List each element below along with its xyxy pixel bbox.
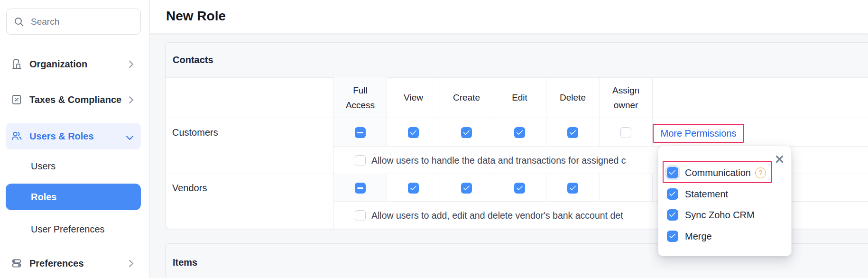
sidebar-item-label: Users — [31, 161, 55, 172]
close-icon[interactable] — [774, 154, 785, 164]
sidebar-item-user-preferences[interactable]: User Preferences — [6, 216, 141, 242]
checkbox-vendors-view[interactable] — [408, 183, 419, 194]
more-permissions-popup: Communication ? Statement Sync Zoho CRM … — [658, 146, 792, 256]
sidebar-item-users-roles[interactable]: Users & Roles — [6, 123, 141, 149]
chevron-down-icon — [126, 132, 134, 140]
search-icon — [14, 17, 24, 27]
table-row-customers: Customers More Permissions — [166, 118, 868, 147]
checkbox-merge[interactable] — [667, 231, 678, 242]
popup-item-sync-zoho-crm: Sync Zoho CRM — [667, 204, 755, 225]
more-permissions-annotation-box: More Permissions — [653, 124, 744, 143]
column-header-create: Create — [440, 77, 493, 118]
section-title: Items — [173, 257, 197, 268]
checkbox-communication[interactable] — [667, 167, 678, 178]
checkbox-vendors-delete[interactable] — [567, 183, 578, 194]
row-label: Vendors — [172, 183, 207, 194]
checkbox-sync-zoho-crm[interactable] — [667, 209, 678, 221]
popup-item-merge: Merge — [667, 226, 712, 247]
search-box[interactable] — [6, 9, 141, 35]
column-header-assign-owner: Assign owner — [599, 77, 652, 118]
chevron-right-icon — [126, 60, 134, 68]
main-header — [150, 0, 868, 33]
checkbox-customers-create[interactable] — [461, 127, 472, 138]
checkbox-customers-full-access[interactable] — [355, 127, 366, 138]
help-icon[interactable]: ? — [755, 167, 766, 178]
popup-item-statement: Statement — [667, 184, 728, 204]
sidebar: Organization Taxes & Compliance Users & … — [0, 0, 150, 278]
checkbox-customers-edit[interactable] — [514, 127, 525, 138]
customers-note-text: Allow users to handle the data and trans… — [371, 155, 626, 166]
sidebar-item-roles[interactable]: Roles — [6, 184, 141, 210]
sidebar-item-users[interactable]: Users — [6, 153, 141, 179]
sidebar-item-label: Preferences — [29, 258, 127, 269]
table-header-row: Full Access View Create Edit Delete Assi… — [166, 77, 868, 118]
checkbox-customers-delete[interactable] — [567, 127, 578, 138]
sidebar-item-label: Users & Roles — [29, 131, 127, 142]
users-icon — [10, 130, 23, 142]
popup-item-communication: Communication ? — [667, 162, 766, 183]
checkbox-vendors-note[interactable] — [355, 210, 366, 221]
popup-item-label: Sync Zoho CRM — [685, 210, 755, 221]
organization-icon — [10, 58, 23, 70]
search-input[interactable] — [30, 16, 127, 28]
chevron-right-icon — [126, 96, 134, 103]
chevron-right-icon — [126, 259, 134, 267]
checkbox-statement[interactable] — [667, 188, 678, 200]
checkbox-vendors-edit[interactable] — [514, 183, 525, 194]
page-title: New Role — [166, 9, 226, 24]
sidebar-item-label: Organization — [29, 59, 127, 70]
vendors-note-text: Allow users to add, edit and delete vend… — [371, 210, 623, 221]
more-permissions-link[interactable]: More Permissions — [660, 128, 736, 139]
sidebar-item-label: Taxes & Compliance — [29, 94, 127, 105]
sidebar-item-label: Roles — [31, 192, 56, 203]
column-header-edit: Edit — [493, 77, 546, 118]
contacts-section-header: Contacts — [166, 43, 868, 78]
row-label: Customers — [172, 127, 218, 138]
column-header-view: View — [387, 77, 440, 118]
popup-item-label: Merge — [685, 231, 712, 242]
checkbox-vendors-full-access[interactable] — [355, 183, 366, 194]
checkbox-customers-assign-owner[interactable] — [620, 127, 631, 138]
sidebar-item-taxes-compliance[interactable]: Taxes & Compliance — [6, 86, 141, 113]
section-title: Contacts — [173, 55, 213, 65]
preferences-icon — [10, 258, 23, 269]
checkbox-customers-note[interactable] — [355, 155, 366, 166]
sidebar-item-label: User Preferences — [31, 224, 105, 235]
popup-item-label: Statement — [685, 189, 728, 200]
column-header-delete: Delete — [546, 77, 599, 118]
sidebar-item-organization[interactable]: Organization — [6, 51, 141, 77]
popup-item-label: Communication — [685, 167, 751, 178]
column-header-full-access: Full Access — [333, 77, 387, 118]
checkbox-customers-view[interactable] — [408, 127, 419, 138]
taxes-icon — [10, 94, 23, 105]
sidebar-item-preferences[interactable]: Preferences — [6, 250, 141, 277]
checkbox-vendors-create[interactable] — [461, 183, 472, 194]
